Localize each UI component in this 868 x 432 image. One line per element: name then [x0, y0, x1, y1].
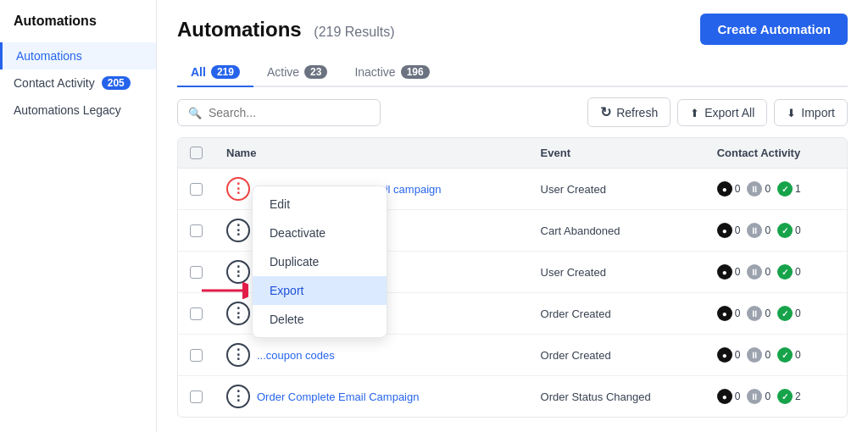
page-title-container: Automations (219 Results) [177, 18, 395, 42]
tab-bar: All 219 Active 23 Inactive 196 [177, 58, 848, 87]
ca-paused: ⏸ 0 [747, 389, 771, 404]
row-event-cell: User Created [529, 252, 705, 293]
create-automation-button[interactable]: Create Automation [700, 14, 848, 45]
sidebar-item-label: Automations [16, 49, 82, 63]
row-actions-button[interactable]: ⋮ [226, 385, 250, 408]
row-event-cell: Order Created [529, 335, 705, 376]
row-actions-button[interactable]: ⋮ [226, 302, 250, 325]
ca-paused-icon: ⏸ [747, 389, 762, 404]
page-header: Automations (219 Results) Create Automat… [177, 14, 848, 45]
ca-running: ● 0 [717, 223, 741, 238]
tab-active-label: Active [267, 65, 299, 79]
row-checkbox[interactable] [190, 307, 203, 320]
automation-name-link[interactable]: Order Complete Email Campaign [257, 390, 419, 403]
row-checkbox[interactable] [190, 390, 203, 403]
sidebar: Automations Automations Contact Activity… [0, 0, 157, 432]
ca-cell: ● 0 ⏸ 0 ✓ 0 [717, 306, 835, 321]
select-all-checkbox[interactable] [190, 147, 203, 159]
tab-inactive-badge: 196 [401, 65, 430, 79]
row-checkbox-cell [178, 376, 214, 418]
ca-running: ● 0 [717, 306, 741, 321]
row-checkbox[interactable] [190, 224, 203, 237]
row-event-cell: Cart Abandoned [529, 210, 705, 252]
ca-cell: ● 0 ⏸ 0 ✓ 1 [717, 181, 835, 197]
tab-all-badge: 219 [211, 65, 240, 79]
ca-completed: ✓ 0 [777, 223, 801, 238]
refresh-label: Refresh [616, 106, 658, 119]
red-arrow-icon [202, 282, 248, 299]
ca-completed: ✓ 0 [777, 264, 801, 280]
row-event-cell: Order Created [529, 293, 705, 335]
toolbar-actions: Refresh Export All Import [587, 97, 848, 127]
sidebar-item-contact-activity[interactable]: Contact Activity 205 [0, 69, 156, 97]
select-all-header [178, 138, 214, 169]
ca-cell: ● 0 ⏸ 0 ✓ 2 [717, 389, 835, 404]
row-name-cell: ⋮ New user registration email campaign E… [214, 169, 529, 210]
table-row: ⋮ New user registration email campaign E… [178, 169, 847, 210]
row-checkbox[interactable] [190, 183, 203, 196]
ca-cell: ● 0 ⏸ 0 ✓ 0 [717, 264, 835, 280]
ca-paused-icon: ⏸ [747, 223, 762, 238]
context-menu-duplicate[interactable]: Duplicate [253, 247, 387, 276]
row-name-cell: ⋮ ...coupon codes [214, 335, 529, 376]
sidebar-item-automations-legacy[interactable]: Automations Legacy [0, 97, 156, 124]
ca-cell: ● 0 ⏸ 0 ✓ 0 [717, 223, 835, 238]
ca-running: ● 0 [717, 389, 741, 404]
column-header-event: Event [529, 138, 705, 169]
ca-paused: ⏸ 0 [747, 223, 771, 238]
ca-completed-icon: ✓ [777, 389, 793, 404]
row-checkbox-cell [178, 335, 214, 376]
tab-inactive-label: Inactive [354, 65, 395, 79]
context-menu-delete[interactable]: Delete [253, 305, 387, 334]
search-box [177, 99, 381, 126]
sidebar-item-automations[interactable]: Automations [0, 42, 156, 69]
tab-inactive[interactable]: Inactive 196 [341, 58, 442, 87]
tab-active[interactable]: Active 23 [253, 58, 341, 87]
context-menu-export[interactable]: Export [253, 276, 387, 305]
context-menu-deactivate[interactable]: Deactivate [253, 219, 387, 247]
tab-all[interactable]: All 219 [177, 58, 253, 87]
refresh-button[interactable]: Refresh [587, 97, 670, 127]
import-button[interactable]: Import [774, 99, 848, 126]
ca-paused-icon: ⏸ [747, 264, 762, 280]
row-event-cell: Order Status Changed [529, 376, 705, 418]
row-checkbox-cell [178, 210, 214, 252]
search-icon [188, 106, 202, 119]
row-actions-button[interactable]: ⋮ [226, 219, 250, 242]
ca-completed: ✓ 0 [777, 347, 801, 363]
ca-completed-icon: ✓ [777, 181, 793, 197]
row-name-cell: ⋮ Order Complete Email Campaign [214, 376, 529, 418]
name-cell-container: ⋮ Order Complete Email Campaign [226, 385, 517, 408]
ca-running: ● 0 [717, 347, 741, 363]
row-contact-activity-cell: ● 0 ⏸ 0 ✓ 0 [705, 293, 847, 335]
row-actions-button[interactable]: ⋮ [226, 343, 250, 367]
ca-completed: ✓ 0 [777, 306, 801, 321]
ca-paused-icon: ⏸ [747, 347, 762, 363]
refresh-icon [600, 104, 611, 120]
export-all-button[interactable]: Export All [677, 99, 767, 126]
main-content: Automations (219 Results) Create Automat… [157, 0, 868, 432]
row-event-cell: User Created [529, 169, 705, 210]
ca-paused: ⏸ 0 [747, 306, 771, 321]
ca-paused-icon: ⏸ [747, 306, 762, 321]
contact-activity-badge: 205 [102, 76, 131, 90]
row-contact-activity-cell: ● 0 ⏸ 0 ✓ 2 [705, 376, 847, 418]
ca-paused-icon: ⏸ [747, 181, 762, 197]
row-actions-button[interactable]: ⋮ [226, 260, 250, 284]
ca-running-icon: ● [717, 347, 732, 363]
tab-all-label: All [191, 65, 206, 79]
import-icon [787, 106, 796, 119]
automation-name-link[interactable]: ...coupon codes [257, 349, 335, 362]
row-checkbox-cell [178, 169, 214, 210]
search-input[interactable] [209, 106, 370, 119]
name-cell-container: ⋮ ...coupon codes [226, 343, 517, 367]
context-menu-edit[interactable]: Edit [253, 190, 387, 219]
ca-running-icon: ● [717, 389, 732, 404]
ca-paused: ⏸ 0 [747, 181, 771, 197]
table-row: ⋮ Order Complete Email Campaign Order St… [178, 376, 847, 418]
table-row: ⋮ ...coupon codes Order Created ● 0 ⏸ 0 … [178, 335, 847, 376]
row-checkbox[interactable] [190, 266, 203, 279]
row-checkbox[interactable] [190, 349, 203, 362]
row-actions-button[interactable]: ⋮ [226, 177, 250, 201]
ca-running-icon: ● [717, 264, 732, 280]
